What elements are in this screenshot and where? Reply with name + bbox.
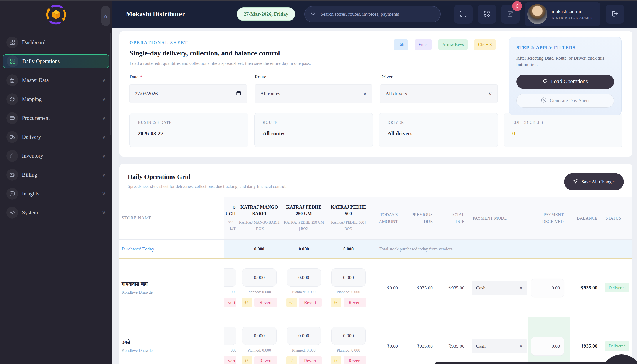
sidebar-item-dashboard[interactable]: Dashboard <box>3 35 109 50</box>
logout-button[interactable] <box>606 4 624 24</box>
sidebar-item-system[interactable]: System ∨ <box>3 206 109 220</box>
purchased-qty-2: 0.000 <box>282 240 326 258</box>
qty-input[interactable]: 0.000 <box>242 326 277 345</box>
store-area: Kondhwe Dhawde <box>122 348 224 353</box>
sidebar-item-inventory[interactable]: Inventory ∨ <box>3 149 109 163</box>
chevron-down-icon: ∨ <box>102 115 106 121</box>
planned-label: Planned: 0.000 <box>292 348 316 353</box>
qty-input[interactable]: 0.000 <box>287 326 321 345</box>
balance-value: ₹935.00 <box>570 317 602 364</box>
step2-description: After selecting Date, Route, or Driver, … <box>516 55 614 68</box>
search-input[interactable] <box>320 11 434 17</box>
payment-mode-select[interactable]: Cash ∨ <box>472 339 527 353</box>
table-row: गायकवाड चहा Kondhwe Dhawde 000 vert 0.00… <box>120 259 633 317</box>
notifications-button[interactable]: 6 <box>501 4 519 24</box>
apps-button[interactable] <box>478 4 496 24</box>
chevron-down-icon: ∨ <box>519 285 523 291</box>
store-area: Kondhwe Dhawde <box>122 290 224 295</box>
business-date-chip[interactable]: 27-Mar-2026, Friday <box>237 8 295 21</box>
sidebar-item-mapping[interactable]: Mapping ∨ <box>3 92 109 106</box>
sidebar-scrollbar[interactable] <box>110 32 111 135</box>
col-previous-due: PREVIOUS DUE <box>402 196 437 240</box>
adjust-button[interactable]: +/- <box>242 298 252 307</box>
purchased-clipped-cell <box>224 240 237 258</box>
global-search[interactable] <box>304 6 441 22</box>
sidebar-item-billing[interactable]: Billing ∨ <box>3 168 109 182</box>
payment-mode-value: Cash <box>476 285 486 291</box>
sidebar-item-label: Procurement <box>22 115 50 121</box>
sidebar-item-label: Delivery <box>22 134 41 140</box>
payment-mode-value: Cash <box>476 343 486 349</box>
driver-label: Driver <box>380 74 497 80</box>
driver-value: All drivers <box>385 91 407 96</box>
chevron-down-icon: ∨ <box>102 210 106 216</box>
revert-button[interactable]: Revert <box>344 356 366 364</box>
col-product-1: KATRAJ MANGO BARFI KATRAJ MANGO BARFI | … <box>237 196 282 240</box>
sidebar-collapse-button[interactable]: « <box>101 6 110 26</box>
adjust-button[interactable]: +/- <box>286 298 297 307</box>
qty-input-fragment[interactable] <box>224 326 237 345</box>
revert-button[interactable]: Revert <box>299 356 322 364</box>
sidebar-item-master-data[interactable]: Master Data ∨ <box>3 73 109 88</box>
sidebar-item-insights[interactable]: Insights ∨ <box>3 186 109 201</box>
adjust-button[interactable]: +/- <box>331 298 341 307</box>
product-cell-1: 0.000 Planned: 0.000 +/- Revert <box>237 259 282 317</box>
app-root: « Dashboard Daily Operations Master Data <box>0 0 637 364</box>
main-area: Mokashi Distributer 27-Mar-2026, Friday <box>112 0 637 364</box>
filter-row: Date * 27/03/2026 Route All routes <box>130 74 504 103</box>
adjust-button[interactable]: +/- <box>286 356 297 364</box>
route-select[interactable]: All routes ∨ <box>255 84 372 103</box>
generate-day-sheet-button[interactable]: Generate Day Sheet <box>516 94 614 108</box>
adjust-button[interactable]: +/- <box>331 356 341 364</box>
chart-icon <box>6 188 18 200</box>
gear-icon <box>6 207 18 218</box>
date-input[interactable]: 27/03/2026 <box>130 84 247 103</box>
save-all-changes-button[interactable]: Save All Changes <box>564 173 624 190</box>
driver-select[interactable]: All drivers ∨ <box>380 84 497 103</box>
dashboard-grid-icon <box>6 36 18 48</box>
driver-field-group: Driver All drivers ∨ <box>380 74 497 103</box>
calendar-icon[interactable] <box>236 90 242 97</box>
qty-input-fragment[interactable] <box>224 268 237 286</box>
sidebar-item-daily-operations[interactable]: Daily Operations <box>3 54 109 68</box>
qty-input[interactable]: 0.000 <box>331 326 366 345</box>
revert-button[interactable]: Revert <box>254 298 277 307</box>
qty-input[interactable]: 0.000 <box>287 268 321 286</box>
shortcut-enter: Enter <box>415 39 432 50</box>
payment-received-input[interactable]: 0.00 <box>531 278 564 297</box>
revert-button[interactable]: Revert <box>344 298 366 307</box>
top-header: Mokashi Distributer 27-Mar-2026, Friday <box>112 0 637 28</box>
purchased-today-link[interactable]: Purchased Today <box>120 240 224 258</box>
payment-mode-select[interactable]: Cash ∨ <box>472 281 527 295</box>
sidebar-nav: Dashboard Daily Operations Master Data ∨ <box>0 30 112 220</box>
store-name: गायकवाड चहा <box>122 281 224 287</box>
shortcut-tab: Tab <box>394 39 408 50</box>
route-value: All routes <box>260 91 280 96</box>
sidebar: « Dashboard Daily Operations Master Data <box>0 0 112 364</box>
clipped-product-cell: 000 vert <box>224 259 237 317</box>
sidebar-item-label: Daily Operations <box>23 58 60 64</box>
bag-icon <box>6 150 18 162</box>
previous-due-value: ₹935.00 <box>402 317 437 364</box>
load-operations-button[interactable]: Load Operations <box>516 74 614 89</box>
payment-received-input[interactable]: 0.00 <box>531 337 564 356</box>
qty-input[interactable]: 0.000 <box>242 268 277 286</box>
credit-card-icon <box>6 112 18 124</box>
sidebar-item-procurement[interactable]: Procurement ∨ <box>3 111 109 125</box>
adjust-button[interactable]: +/- <box>242 356 252 364</box>
purchased-today-row: Purchased Today 0.000 0.000 0.000 Total … <box>120 240 633 259</box>
sidebar-item-delivery[interactable]: Delivery ∨ <box>3 130 109 144</box>
avatar <box>527 4 547 24</box>
wallet-icon <box>6 169 18 181</box>
revert-button-fragment[interactable]: vert <box>224 356 237 364</box>
page-content: OPERATIONAL SHEET Single-day delivery, c… <box>112 28 637 364</box>
todays-amount-value: ₹0.00 <box>371 317 402 364</box>
qty-input[interactable]: 0.000 <box>331 268 366 286</box>
revert-button-fragment[interactable]: vert <box>224 298 237 307</box>
user-menu[interactable]: mokashi.admin DISTRIBUTOR ADMIN <box>525 2 600 26</box>
date-label: Date * <box>130 74 247 80</box>
revert-button[interactable]: Revert <box>254 356 277 364</box>
fullscreen-button[interactable] <box>454 4 472 24</box>
revert-button[interactable]: Revert <box>299 298 322 307</box>
product-cell-2: 0.000 Planned: 0.000 +/- Revert <box>282 259 326 317</box>
